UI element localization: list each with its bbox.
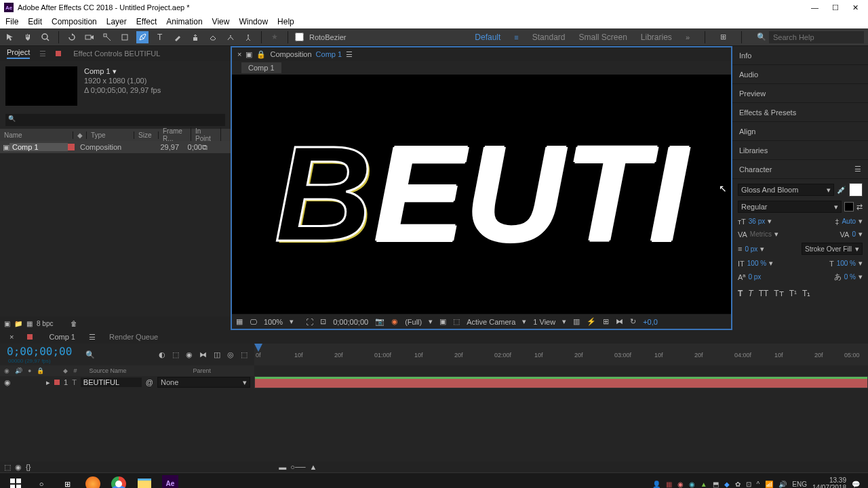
monitor-icon[interactable]: 🖵 [250,318,257,326]
tl-tab-render-queue[interactable]: Render Queue [109,333,158,341]
swap-colors-icon[interactable]: ⇄ [856,203,863,211]
leading-value[interactable]: Auto [842,218,856,225]
snapshot-icon[interactable]: 📷 [375,317,384,326]
comp-viewer[interactable]: BEUTI ↖ [232,75,731,314]
tray-icon[interactable]: ◉ [677,481,684,488]
close-tl-tab-icon[interactable]: × [9,333,14,341]
panel-preview[interactable]: Preview [732,84,868,103]
selection-tool-icon[interactable] [4,31,16,43]
tl-icon-7[interactable]: ⬚ [241,350,248,359]
tl-icon-5[interactable]: ◫ [214,350,220,359]
project-item-row[interactable]: ▣ Comp 1 Composition 29,97 0;00 ⧉ [0,141,231,153]
tl-tab-comp[interactable]: Comp 1 [49,333,75,341]
after-effects-icon[interactable]: Ae [157,474,183,488]
cortana-search-icon[interactable]: ○ [28,474,54,488]
comp-name[interactable]: Comp 1 ▾ [84,66,161,76]
playhead[interactable] [254,344,262,352]
panel-menu-icon[interactable]: ☰ [39,49,46,58]
layer-track-bar[interactable] [254,376,868,388]
reset-exposure-icon[interactable]: ↻ [630,317,636,326]
col-framerate[interactable]: Frame R... [159,127,191,142]
font-style-select[interactable]: Regular▾ [738,201,842,213]
region-icon[interactable]: ⛶ [306,318,313,326]
hand-tool-icon[interactable] [22,31,34,43]
parent-select[interactable]: None▾ [157,377,250,388]
pen-tool-icon[interactable] [136,31,149,43]
stroke-mode-select[interactable]: Stroke Over Fill▾ [802,243,863,255]
workspace-small[interactable]: Small Screen [578,33,627,42]
people-icon[interactable]: 👤 [652,481,660,488]
font-family-select[interactable]: Gloss And Bloom▾ [738,184,834,196]
eyedropper-icon[interactable]: 💉 [837,186,846,195]
tl-footer-icon2[interactable]: ◉ [15,463,22,472]
project-search-input[interactable] [5,114,225,126]
stroke-width-value[interactable]: 0 px [745,245,757,253]
timeline-icon[interactable]: ⊞ [603,317,609,326]
breadcrumb-comp[interactable]: Comp 1 [241,62,281,73]
motion-blur-icon[interactable]: ◉ [186,350,193,359]
maximize-button[interactable]: ☐ [832,3,839,12]
safe-zones-icon[interactable]: ⊡ [320,317,326,326]
zoom-out-icon[interactable]: ▬ [279,463,286,471]
zoom-slider[interactable]: ○── [290,463,305,471]
tray-icon[interactable]: ⬒ [713,481,719,488]
col-type[interactable]: Type [87,131,134,139]
pixel-aspect-icon[interactable]: ▥ [573,317,580,326]
pickwhip-icon[interactable]: @ [146,378,153,386]
zoom-in-icon[interactable]: ▲ [310,463,317,471]
tsume-value[interactable]: 0 % [844,273,856,281]
view-dropdown-icon[interactable]: ▾ [562,317,566,326]
anchor-tool-icon[interactable] [101,31,113,43]
font-size-value[interactable]: 36 px [749,218,765,225]
tab-effect-controls[interactable]: Effect Controls BEUTIFUL [73,49,160,58]
workspace-default[interactable]: Default [475,33,500,42]
clone-tool-icon[interactable] [189,31,201,43]
tray-icon[interactable]: ◉ [689,481,695,488]
menu-file[interactable]: File [5,17,18,26]
dropdown-icon[interactable]: ▾ [760,245,764,253]
cam-dropdown-icon[interactable]: ▾ [522,317,526,326]
panel-info[interactable]: Info [732,46,868,65]
subscript-icon[interactable]: T₁ [802,289,810,298]
panel-align[interactable]: Align [732,122,868,141]
menu-effect[interactable]: Effect [136,17,157,26]
camera-tool-icon[interactable] [83,31,96,43]
help-search-input[interactable] [769,31,864,43]
panel-menu-icon[interactable]: ☰ [346,50,353,59]
close-button[interactable]: ✕ [852,3,859,12]
channels-icon[interactable]: ◉ [391,317,398,326]
tray-overflow-icon[interactable]: ^ [757,481,760,488]
menu-edit[interactable]: Edit [28,17,42,26]
smallcaps-icon[interactable]: Tᴛ [774,289,783,298]
3d-icon[interactable]: ⬚ [453,317,460,326]
baseline-value[interactable]: 0 px [748,273,761,281]
toggle-switch-icon[interactable]: ⬚ [4,463,11,472]
task-view-icon[interactable]: ⊞ [54,474,80,488]
col-name[interactable]: Name [0,131,73,139]
tab-project[interactable]: Project [7,48,30,59]
roto-tool-icon[interactable] [224,31,237,43]
puppet-tool-icon[interactable] [242,31,254,43]
tl-footer-icon3[interactable]: {} [26,463,31,471]
camera-select[interactable]: Active Camera [467,318,515,326]
network-icon[interactable]: 📶 [765,481,773,488]
language-indicator[interactable]: ENG [792,481,807,488]
transparency-icon[interactable]: ▣ [439,317,446,326]
label-color-icon[interactable] [68,144,75,150]
zoom-dropdown-icon[interactable]: ▾ [290,317,294,326]
panel-audio[interactable]: Audio [732,65,868,84]
firefox-icon[interactable] [80,474,106,488]
start-button[interactable] [3,474,28,488]
menu-composition[interactable]: Composition [52,17,97,26]
flowchart-icon[interactable]: ⧉ [202,143,208,152]
menu-view[interactable]: View [212,17,230,26]
res-dropdown-icon[interactable]: ▾ [429,317,433,326]
menu-window[interactable]: Window [239,17,268,26]
panel-menu-icon[interactable]: ☰ [854,165,861,174]
trash-icon[interactable]: 🗑 [71,320,77,327]
allcaps-icon[interactable]: TT [759,289,769,298]
star-icon[interactable]: ★ [269,31,281,43]
tray-icon[interactable]: ⊡ [746,481,751,488]
panel-effects-presets[interactable]: Effects & Presets [732,103,868,122]
grid-icon[interactable]: ⊞ [720,33,726,41]
